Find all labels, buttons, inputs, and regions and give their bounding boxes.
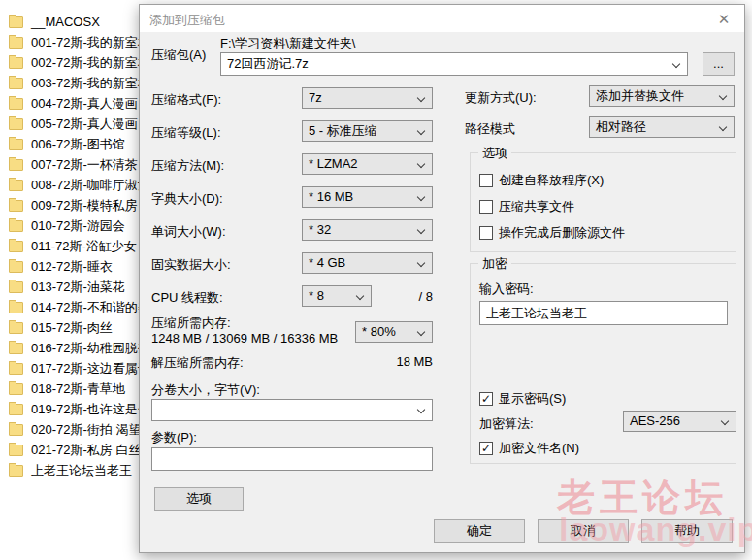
encryption-method-combobox[interactable]: AES-256 xyxy=(623,411,736,432)
folder-icon xyxy=(9,78,23,89)
dialog-titlebar[interactable]: 添加到压缩包 ✕ xyxy=(140,5,744,32)
checkbox-label: 压缩共享文件 xyxy=(499,198,574,215)
options-button[interactable]: 选项 xyxy=(154,487,244,511)
solid-block-combobox[interactable]: * 4 GB xyxy=(302,252,433,274)
folder-icon xyxy=(9,139,23,150)
chevron-down-icon xyxy=(417,226,425,234)
dictionary-label: 字典大小(D): xyxy=(151,190,223,208)
decompress-memory-value: 18 MB xyxy=(353,354,433,369)
folder-icon xyxy=(9,159,23,171)
folder-icon xyxy=(9,57,23,69)
show-password-checkbox[interactable]: ✓ 显示密码(S) xyxy=(479,390,566,408)
folder-icon xyxy=(9,220,23,232)
folder-name: 002-72斯-我的新室友 xyxy=(31,54,150,72)
folder-icon xyxy=(9,445,23,456)
solid-block-value: * 4 GB xyxy=(309,255,345,270)
folder-icon xyxy=(9,465,23,477)
folder-name: 上老王论坛当老王 xyxy=(31,462,132,479)
folder-icon xyxy=(9,383,23,395)
level-label: 压缩等级(L): xyxy=(151,124,221,142)
checkbox-label: 显示密码(S) xyxy=(499,390,566,408)
folder-name: 021-72斯-私房 白丝 xyxy=(31,442,141,459)
level-combobox[interactable]: 5 - 标准压缩 xyxy=(302,120,433,142)
folder-name: 003-72斯-我的新室友 xyxy=(31,75,150,92)
folder-name: 005-72斯-真人漫画 手 xyxy=(31,115,153,133)
folder-name: 013-72斯-油菜花 xyxy=(31,279,125,296)
encrypt-filenames-checkbox[interactable]: ✓ 加密文件名(N) xyxy=(479,440,579,457)
chevron-down-icon xyxy=(719,123,727,131)
folder-icon xyxy=(9,424,23,436)
close-icon[interactable]: ✕ xyxy=(714,10,734,29)
folder-name: 004-72斯-真人漫画 手 xyxy=(31,95,153,113)
archive-dir-path: F:\学习资料\新建文件夹\ xyxy=(220,35,355,52)
solid-block-label: 固实数据大小: xyxy=(151,256,231,274)
method-value: * LZMA2 xyxy=(309,156,358,171)
folder-name: 009-72斯-模特私房 手 xyxy=(31,197,153,214)
encryption-group: 加密 输入密码: 上老王论坛当老王 ✓ 显示密码(S) 加密算法: AES-25… xyxy=(470,263,736,464)
folder-name: __MACOSX xyxy=(31,15,100,29)
chevron-down-icon xyxy=(417,160,425,168)
folder-name: 015-72斯-肉丝 xyxy=(31,319,113,337)
folder-icon xyxy=(9,404,23,415)
folder-icon xyxy=(9,261,23,273)
cpu-threads-combobox[interactable]: * 8 xyxy=(302,285,372,307)
checkbox-label: 操作完成后删除源文件 xyxy=(499,224,625,242)
dialog-title: 添加到压缩包 xyxy=(149,12,225,29)
update-mode-label: 更新方式(U): xyxy=(465,89,537,107)
folder-name: 019-72斯-也许这是一 xyxy=(31,401,150,418)
folder-icon xyxy=(9,180,23,191)
create-sfx-checkbox[interactable]: 创建自释放程序(X) xyxy=(479,172,604,189)
checkbox-label: 加密文件名(N) xyxy=(499,440,579,457)
folder-name: 017-72斯-这边看属于 xyxy=(31,360,150,378)
level-value: 5 - 标准压缩 xyxy=(309,123,377,138)
word-size-label: 单词大小(W): xyxy=(151,223,226,241)
checkbox-label: 创建自释放程序(X) xyxy=(499,172,604,189)
folder-name: 020-72斯-街拍 渴望 xyxy=(31,421,141,439)
decompress-memory-label: 解压缩所需内存: xyxy=(151,354,244,372)
folder-name: 007-72斯-一杯清茶 xyxy=(31,156,138,174)
path-mode-value: 相对路径 xyxy=(596,119,646,134)
cpu-threads-label: CPU 线程数: xyxy=(151,289,223,307)
memory-percent-combobox[interactable]: * 80% xyxy=(355,321,433,343)
folder-icon xyxy=(9,98,23,110)
word-size-combobox[interactable]: * 32 xyxy=(302,219,433,241)
checkbox-box[interactable] xyxy=(479,200,493,214)
folder-icon xyxy=(9,118,23,130)
update-mode-value: 添加并替换文件 xyxy=(596,88,684,103)
password-input[interactable]: 上老王论坛当老王 xyxy=(479,301,728,325)
format-combobox[interactable]: 7z xyxy=(302,87,433,109)
screen: __MACOSX 001-72斯-我的新室友 002-72斯-我的新室友 003… xyxy=(0,0,752,560)
path-mode-combobox[interactable]: 相对路径 xyxy=(589,116,735,138)
options-group-legend: 选项 xyxy=(478,145,511,162)
compress-shared-checkbox[interactable]: 压缩共享文件 xyxy=(479,198,574,215)
folder-name: 001-72斯-我的新室友 xyxy=(31,34,150,51)
memory-percent-value: * 80% xyxy=(362,324,396,339)
update-mode-combobox[interactable]: 添加并替换文件 xyxy=(589,85,735,107)
checkbox-box[interactable] xyxy=(479,226,493,240)
chevron-down-icon xyxy=(417,94,425,102)
password-label: 输入密码: xyxy=(479,280,534,298)
chevron-down-icon xyxy=(356,292,364,300)
options-group: 选项 创建自释放程序(X) 压缩共享文件 操作完成后删除源文件 xyxy=(470,152,736,252)
volume-size-combobox[interactable] xyxy=(151,399,433,421)
encryption-method-label: 加密算法: xyxy=(479,415,534,433)
watermark-url: laowang.vip xyxy=(559,511,752,548)
archive-label: 压缩包(A) xyxy=(151,47,206,64)
volume-size-label: 分卷大小，字节(V): xyxy=(151,381,260,399)
browse-button[interactable]: ... xyxy=(703,52,735,76)
delete-after-checkbox[interactable]: 操作完成后删除源文件 xyxy=(479,224,625,242)
compress-memory-values: 1248 MB / 13069 MB / 16336 MB xyxy=(151,331,338,346)
archive-name-combobox[interactable]: 72回西游记.7z xyxy=(220,52,688,76)
chevron-down-icon xyxy=(417,406,425,413)
checkbox-box[interactable]: ✓ xyxy=(479,442,493,455)
folder-name: 018-72斯-青草地 xyxy=(31,380,125,398)
ok-button[interactable]: 确定 xyxy=(434,519,525,543)
folder-name: 010-72斯-游园会 xyxy=(31,217,125,235)
chevron-down-icon xyxy=(672,60,680,68)
checkbox-box[interactable] xyxy=(479,174,493,187)
dictionary-value: * 16 MB xyxy=(309,189,353,204)
parameters-input[interactable] xyxy=(151,447,433,471)
dictionary-combobox[interactable]: * 16 MB xyxy=(302,186,433,208)
checkbox-box[interactable]: ✓ xyxy=(479,392,493,406)
method-combobox[interactable]: * LZMA2 xyxy=(302,153,433,175)
